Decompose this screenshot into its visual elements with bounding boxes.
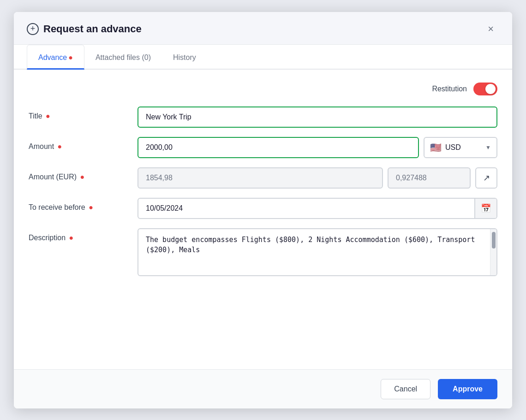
add-icon: +	[27, 23, 39, 35]
to-receive-label: To receive before ●	[29, 198, 130, 212]
amount-required-dot: ●	[55, 142, 62, 150]
amount-eur-controls: ↗	[137, 167, 497, 189]
amount-label: Amount ●	[29, 137, 130, 151]
title-controls	[137, 106, 497, 128]
title-input[interactable]	[137, 106, 497, 128]
title-row: Title ●	[29, 106, 497, 128]
tab-advance[interactable]: Advance●	[27, 45, 84, 70]
description-controls	[137, 228, 497, 276]
amount-eur-label: Amount (EUR) ●	[29, 167, 130, 181]
calendar-icon: 📅	[481, 203, 491, 213]
date-input-wrapper: 📅	[137, 198, 497, 219]
tab-advance-required-dot: ●	[68, 53, 73, 61]
description-row: Description ●	[29, 228, 497, 276]
tabs-bar: Advance● Attached files (0) History	[14, 45, 512, 70]
to-receive-controls: 📅	[137, 198, 497, 219]
exchange-rate-input	[388, 167, 471, 189]
approve-button[interactable]: Approve	[438, 379, 497, 399]
tab-attached-files[interactable]: Attached files (0)	[84, 45, 162, 70]
amount-controls: 🇺🇸 USD ▼	[137, 137, 497, 158]
currency-flag: 🇺🇸	[430, 143, 442, 152]
dialog-footer: Cancel Approve	[14, 369, 512, 408]
dialog-body: Restitution Title ● Amount ●	[14, 70, 512, 369]
to-receive-required-dot: ●	[87, 203, 93, 211]
title-required-dot: ●	[44, 112, 50, 120]
description-required-dot: ●	[67, 234, 73, 242]
chevron-down-icon: ▼	[485, 144, 491, 151]
scrollbar-track	[490, 229, 496, 275]
dialog-title: Request an advance	[43, 23, 142, 35]
scrollbar-thumb	[492, 232, 496, 248]
trend-icon: ↗	[483, 173, 490, 183]
toggle-thumb	[485, 84, 496, 94]
amount-eur-required-dot: ●	[78, 173, 84, 181]
date-input[interactable]	[138, 199, 474, 218]
description-label: Description ●	[29, 228, 130, 242]
amount-input[interactable]	[137, 137, 419, 158]
close-button[interactable]: ×	[484, 22, 497, 36]
restitution-toggle[interactable]	[473, 83, 497, 95]
currency-label: USD	[445, 143, 482, 152]
exchange-rate-button[interactable]: ↗	[475, 167, 497, 189]
restitution-row: Restitution	[29, 83, 497, 95]
restitution-label: Restitution	[432, 85, 467, 93]
tab-history[interactable]: History	[162, 45, 207, 70]
title-label: Title ●	[29, 106, 130, 120]
cancel-button[interactable]: Cancel	[381, 379, 430, 399]
amount-eur-row: Amount (EUR) ● ↗	[29, 167, 497, 189]
description-textarea[interactable]	[138, 229, 490, 275]
calendar-button[interactable]: 📅	[474, 199, 496, 218]
amount-row: Amount ● 🇺🇸 USD ▼	[29, 137, 497, 158]
request-advance-dialog: + Request an advance × Advance● Attached…	[14, 12, 512, 408]
description-wrapper	[137, 228, 497, 276]
amount-eur-input	[137, 167, 383, 189]
currency-select[interactable]: 🇺🇸 USD ▼	[424, 137, 497, 158]
to-receive-row: To receive before ● 📅	[29, 198, 497, 219]
dialog-title-row: + Request an advance	[27, 23, 142, 35]
dialog-header: + Request an advance ×	[14, 12, 512, 45]
